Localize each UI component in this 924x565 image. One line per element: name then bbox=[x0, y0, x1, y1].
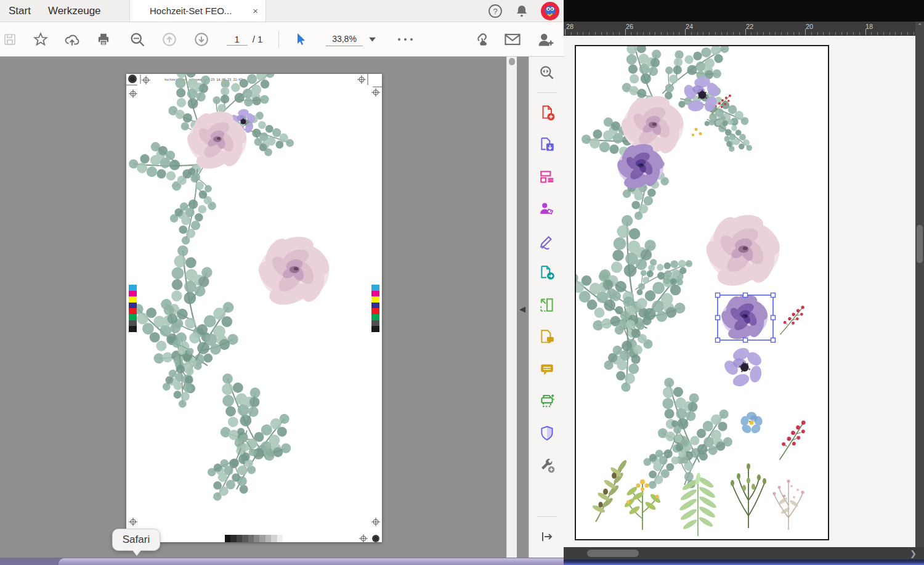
create-pdf-icon[interactable] bbox=[535, 100, 559, 125]
tools-panel bbox=[529, 57, 564, 558]
design-horizontal-scrollbar[interactable]: ❯ bbox=[564, 547, 924, 559]
search-icon[interactable] bbox=[128, 31, 147, 48]
design-vertical-scrollbar[interactable]: ⌃ bbox=[915, 22, 924, 547]
zoom-tool-icon[interactable] bbox=[535, 60, 559, 85]
tab-close-icon[interactable]: × bbox=[251, 6, 259, 16]
ruler-label: 20 bbox=[806, 23, 813, 30]
share-pdf-icon[interactable] bbox=[535, 261, 559, 285]
next-page-icon[interactable] bbox=[193, 31, 210, 47]
help-icon[interactable]: ? bbox=[487, 3, 503, 19]
menu-werkzeuge[interactable]: Werkzeuge bbox=[39, 0, 110, 22]
print-icon[interactable] bbox=[95, 31, 112, 47]
selected-flower-object[interactable] bbox=[716, 293, 776, 342]
desktop-wallpaper-sliver bbox=[564, 559, 924, 565]
request-signatures-icon[interactable] bbox=[535, 197, 559, 221]
design-canvas[interactable] bbox=[564, 36, 915, 547]
document-tab[interactable]: Hochzeit-Set FEO... × bbox=[129, 0, 266, 22]
design-app-titlebar bbox=[564, 0, 924, 22]
design-page[interactable] bbox=[575, 45, 829, 540]
collapse-tools-panel-icon[interactable]: ◀ bbox=[517, 302, 527, 315]
compare-files-icon[interactable] bbox=[535, 325, 559, 349]
star-icon[interactable] bbox=[32, 31, 49, 47]
pdf-page[interactable]: hochzeit-set rosenma.pdf 23 14.05.23 21:… bbox=[126, 74, 382, 542]
dock-tooltip-safari: Safari bbox=[112, 529, 160, 551]
menu-start[interactable]: Start bbox=[0, 0, 39, 22]
design-hscroll-thumb[interactable] bbox=[587, 550, 639, 557]
acrobat-window: Start Werkzeuge Hochzeit-Set FEO... × ? bbox=[0, 0, 564, 558]
document-area: hochzeit-set rosenma.pdf 23 14.05.23 21:… bbox=[0, 57, 529, 558]
zoom-level-value[interactable]: 33,8% bbox=[325, 33, 363, 46]
expand-panel-icon[interactable] bbox=[535, 524, 559, 549]
more-tools-ellipsis-icon[interactable] bbox=[394, 37, 416, 42]
scroll-right-icon[interactable]: ❯ bbox=[910, 549, 917, 558]
tab-bar: Start Werkzeuge Hochzeit-Set FEO... × ? bbox=[0, 0, 564, 22]
cloud-upload-icon[interactable] bbox=[63, 31, 81, 47]
acrobat-scrollbar-thumb[interactable] bbox=[509, 58, 515, 65]
previous-page-icon[interactable] bbox=[161, 31, 178, 47]
organize-pages-icon[interactable] bbox=[535, 165, 559, 189]
main-toolbar: / 1 33,8% bbox=[0, 22, 564, 57]
save-icon[interactable] bbox=[2, 32, 18, 47]
account-avatar[interactable] bbox=[540, 1, 560, 21]
scan-ocr-icon[interactable] bbox=[535, 389, 559, 413]
share-link-icon[interactable] bbox=[471, 31, 490, 48]
zoom-dropdown-icon[interactable] bbox=[367, 37, 377, 41]
toolbar-divider bbox=[278, 31, 279, 48]
design-app-window: 28 26 24 22 20 18 bbox=[564, 0, 924, 565]
color-calibration-bar-right bbox=[371, 285, 379, 332]
svg-text:?: ? bbox=[493, 6, 497, 15]
design-page-artwork bbox=[576, 46, 828, 539]
fill-and-sign-icon[interactable] bbox=[535, 229, 559, 253]
page-number-input[interactable] bbox=[227, 33, 248, 46]
crop-pages-icon[interactable] bbox=[535, 293, 559, 317]
color-calibration-bar-left bbox=[129, 285, 137, 332]
ruler-label: 26 bbox=[626, 23, 633, 30]
grayscale-wedge bbox=[225, 535, 283, 542]
acrobat-vertical-scrollbar[interactable] bbox=[506, 57, 517, 558]
ruler-label: 18 bbox=[865, 23, 873, 30]
pdf-page-artwork bbox=[126, 74, 382, 542]
select-cursor-icon[interactable] bbox=[292, 32, 309, 47]
ruler: 28 26 24 22 20 18 bbox=[564, 22, 915, 36]
document-tab-title: Hochzeit-Set FEO... bbox=[150, 6, 232, 16]
export-pdf-icon[interactable] bbox=[535, 132, 559, 157]
protect-icon[interactable] bbox=[535, 421, 559, 445]
design-vscroll-thumb[interactable] bbox=[917, 225, 923, 263]
tools-divider bbox=[537, 92, 557, 93]
tools-divider-bottom bbox=[537, 516, 557, 517]
screen: Start Werkzeuge Hochzeit-Set FEO... × ? bbox=[0, 0, 924, 565]
ruler-label: 28 bbox=[566, 23, 573, 30]
more-tools-icon[interactable] bbox=[535, 453, 559, 478]
ruler-label: 22 bbox=[746, 23, 753, 30]
dock-edge bbox=[59, 558, 564, 565]
notifications-bell-icon[interactable] bbox=[514, 4, 529, 18]
scroll-up-icon[interactable]: ⌃ bbox=[915, 22, 924, 30]
add-user-icon[interactable] bbox=[535, 31, 556, 48]
comment-icon[interactable] bbox=[535, 357, 559, 381]
email-icon[interactable] bbox=[503, 31, 522, 47]
ruler-label: 24 bbox=[686, 23, 693, 30]
page-count-label: / 1 bbox=[253, 34, 263, 44]
